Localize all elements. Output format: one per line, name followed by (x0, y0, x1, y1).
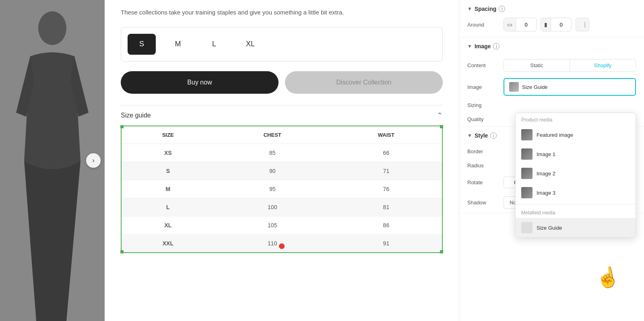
spacing-label: Spacing (475, 6, 496, 12)
size-cell: M (122, 180, 215, 198)
size-guide-label: Size guide (121, 112, 151, 119)
image-1-thumb-img (521, 148, 533, 160)
image-1-thumb (521, 148, 533, 160)
size-button-xl[interactable]: XL (236, 34, 264, 55)
featured-image-label: Featured image (537, 132, 573, 138)
around-value-1[interactable] (516, 22, 536, 28)
border-label: Border (467, 148, 500, 154)
image-section-header[interactable]: ▼ Image i (459, 37, 644, 55)
around-icon-1: ▭ (504, 18, 516, 31)
waist-cell: 91 (330, 234, 442, 252)
image-info-icon[interactable]: i (493, 43, 500, 49)
image-1-label: Image 1 (537, 151, 555, 157)
dropdown-item-featured-image[interactable]: Featured image (516, 125, 636, 144)
spacing-section-header[interactable]: ▼ Spacing i (459, 0, 644, 18)
content-label: Content (467, 62, 500, 68)
product-image-panel: › (0, 0, 105, 321)
size-button-m[interactable]: M (164, 34, 192, 55)
around-value-2[interactable] (551, 22, 571, 28)
chest-cell: 100 (215, 198, 330, 216)
size-guide-thumb (521, 222, 533, 233)
image-2-thumb (521, 168, 533, 179)
image-2-thumb-img (521, 168, 533, 179)
image-3-thumb-img (521, 187, 533, 198)
around-input-2[interactable]: ▮ (541, 18, 572, 31)
chest-cell: 105 (215, 216, 330, 234)
size-button-l[interactable]: L (200, 34, 228, 55)
sizing-label: Sizing (467, 102, 500, 108)
right-panel: ▼ Spacing i Around ▭ ▮ ⎹ ▼ Image i Conte… (459, 0, 644, 321)
spacing-info-icon[interactable]: i (499, 6, 505, 12)
image-chevron: ▼ (467, 43, 472, 49)
image-3-label: Image 3 (537, 190, 555, 196)
product-description: These collections take your training sta… (121, 8, 443, 17)
size-cell: XS (122, 144, 215, 162)
waist-cell: 71 (330, 162, 442, 180)
around-icon-2: ▮ (541, 18, 551, 31)
image-field-row: Image Size Guide (459, 76, 644, 98)
around-label: Around (467, 22, 500, 28)
image-dropdown-label: Size Guide (522, 84, 630, 90)
image-3-thumb (521, 187, 533, 198)
style-label: Style (475, 132, 488, 139)
discover-collection-button[interactable]: Discover Collection (285, 71, 443, 94)
image-thumb (509, 82, 519, 92)
buy-now-button[interactable]: Buy now (121, 71, 279, 94)
action-buttons: Buy now Discover Collection (121, 71, 443, 94)
featured-image-thumb (521, 129, 533, 140)
resize-handle-bl[interactable] (120, 250, 124, 253)
around-row: Around ▭ ▮ ⎹ (467, 18, 636, 31)
size-button-s[interactable]: S (128, 34, 156, 55)
chest-cell: 95 (215, 180, 330, 198)
resize-handle-br[interactable] (440, 250, 443, 253)
image-2-label: Image 2 (537, 171, 555, 177)
shadow-label: Shadow (467, 200, 500, 206)
col-header-waist: WAIST (330, 126, 442, 144)
waist-cell: 76 (330, 180, 442, 198)
chest-cell: 90 (215, 162, 330, 180)
size-table-container: SIZE CHEST WAIST XS 85 66 S 90 71 M 95 7… (121, 126, 443, 253)
size-guide-dropdown-label: Size Guide (537, 225, 562, 231)
content-toggle-group: Static Shopify (504, 59, 636, 72)
image-thumb-img (509, 82, 519, 92)
dropdown-item-image-3[interactable]: Image 3 (516, 183, 636, 202)
sizing-row: Sizing (459, 98, 644, 112)
scroll-indicator (279, 243, 285, 249)
resize-handle-tr[interactable] (440, 125, 443, 128)
toggle-static[interactable]: Static (504, 60, 570, 71)
quality-label: Quality (467, 116, 500, 122)
table-row: M 95 76 (122, 180, 442, 198)
dropdown-item-size-guide[interactable]: Size Guide (516, 218, 636, 237)
rotate-label: Rotate (467, 179, 500, 185)
image-field-label: Image (467, 84, 500, 90)
cursor-hand: ☝ (594, 264, 622, 291)
waist-cell: 81 (330, 198, 442, 216)
image-dropdown-menu: Product media Featured image Image 1 Ima… (515, 113, 636, 238)
size-guide-chevron: ⌃ (437, 111, 443, 120)
around-input-1[interactable]: ▭ (504, 18, 537, 31)
size-table: SIZE CHEST WAIST XS 85 66 S 90 71 M 95 7… (122, 126, 442, 252)
resize-handle-tl[interactable] (120, 125, 124, 128)
toggle-shopify[interactable]: Shopify (570, 60, 636, 71)
table-row: L 100 81 (122, 198, 442, 216)
size-cell: XXL (122, 234, 215, 252)
size-cell: L (122, 198, 215, 216)
table-row: S 90 71 (122, 162, 442, 180)
size-selector: S M L XL (121, 27, 443, 62)
dropdown-item-image-1[interactable]: Image 1 (516, 144, 636, 164)
dropdown-divider (516, 204, 636, 204)
size-guide-toggle[interactable]: Size guide ⌃ (121, 105, 443, 126)
col-header-chest: CHEST (215, 126, 330, 144)
table-row: XS 85 66 (122, 144, 442, 162)
image-dropdown[interactable]: Size Guide (504, 78, 636, 96)
around-icon-btn[interactable]: ⎹ (576, 18, 589, 31)
image-label: Image (475, 43, 491, 49)
size-cell: XL (122, 216, 215, 234)
center-panel: These collections take your training sta… (105, 0, 459, 321)
dropdown-item-image-2[interactable]: Image 2 (516, 164, 636, 183)
style-info-icon[interactable]: i (490, 132, 497, 139)
product-media-label: Product media (516, 113, 636, 125)
style-chevron: ▼ (467, 133, 472, 138)
size-table-wrapper: SIZE CHEST WAIST XS 85 66 S 90 71 M 95 7… (121, 126, 443, 253)
next-image-button[interactable]: › (86, 153, 101, 168)
